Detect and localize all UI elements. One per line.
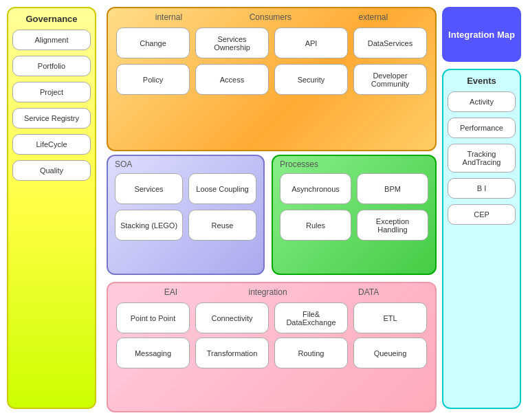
- event-item-cep[interactable]: CEP: [448, 204, 516, 225]
- consumers-panel: internal Consumers external Change Servi…: [107, 7, 437, 151]
- event-item-bi[interactable]: B I: [448, 178, 516, 199]
- proc-item-bpm[interactable]: BPM: [357, 173, 428, 204]
- soa-item-stacking[interactable]: Stacking (LEGO): [115, 210, 183, 241]
- eai-panel: EAI integration DATA Point to Point Conn…: [107, 282, 437, 412]
- cons-item-policy[interactable]: Policy: [116, 64, 190, 95]
- eai-label-integration: integration: [249, 287, 287, 297]
- soa-panel: SOA Services Loose Coupling Stacking (LE…: [107, 155, 265, 275]
- proc-item-rules[interactable]: Rules: [280, 210, 351, 241]
- gov-item-quality[interactable]: Quality: [12, 160, 91, 181]
- eai-header: EAI integration DATA: [108, 283, 435, 300]
- cons-item-security[interactable]: Security: [274, 64, 348, 95]
- proc-item-asynchronous[interactable]: Asynchronous: [280, 173, 351, 204]
- proc-item-exception-handling[interactable]: Exception Handling: [357, 210, 428, 241]
- event-item-performance[interactable]: Performance: [448, 118, 516, 138]
- eai-item-connectivity[interactable]: Connectivity: [195, 302, 269, 333]
- main-canvas: Governance Alignment Portfolio Project S…: [0, 0, 528, 420]
- soa-item-loose-coupling[interactable]: Loose Coupling: [188, 173, 256, 204]
- governance-panel: Governance Alignment Portfolio Project S…: [7, 7, 96, 409]
- integration-map-box: Integration Map: [442, 7, 521, 62]
- gov-item-alignment[interactable]: Alignment: [12, 30, 91, 50]
- soa-item-reuse[interactable]: Reuse: [188, 210, 256, 241]
- eai-label-data: DATA: [358, 287, 379, 297]
- eai-item-routing[interactable]: Routing: [274, 338, 348, 368]
- consumers-row2: Policy Access Security Developer Communi…: [108, 64, 435, 100]
- gov-item-service-registry[interactable]: Service Registry: [12, 108, 91, 129]
- integration-map-label: Integration Map: [448, 30, 515, 40]
- cons-item-developer-community[interactable]: Developer Community: [353, 64, 427, 95]
- cons-item-api[interactable]: API: [274, 27, 348, 58]
- eai-item-file-dataexchange[interactable]: File& DataExchange: [274, 302, 348, 333]
- processes-title: Processes: [273, 156, 435, 170]
- gov-item-portfolio[interactable]: Portfolio: [12, 56, 91, 76]
- eai-row1: Point to Point Connectivity File& DataEx…: [108, 300, 435, 338]
- eai-item-etl[interactable]: ETL: [353, 302, 427, 333]
- eai-item-point-to-point[interactable]: Point to Point: [116, 302, 190, 333]
- soa-grid: Services Loose Coupling Stacking (LEGO) …: [108, 170, 263, 246]
- cons-item-access[interactable]: Access: [195, 64, 269, 95]
- consumers-label-internal: internal: [155, 12, 182, 22]
- consumers-label-external: external: [359, 12, 388, 22]
- cons-item-dataservices[interactable]: DataServices: [353, 27, 427, 58]
- governance-title: Governance: [25, 14, 77, 24]
- cons-item-services-ownership[interactable]: Services Ownership: [195, 27, 269, 58]
- gov-item-lifecycle[interactable]: LifeCycle: [12, 134, 91, 155]
- events-title: Events: [467, 76, 496, 86]
- eai-item-transformation[interactable]: Transformation: [195, 338, 269, 368]
- event-item-tracking[interactable]: Tracking AndTracing: [448, 144, 516, 173]
- event-item-activity[interactable]: Activity: [448, 91, 516, 112]
- eai-row2: Messaging Transformation Routing Queuein…: [108, 338, 435, 373]
- eai-label-eai: EAI: [164, 287, 177, 297]
- consumers-header: internal Consumers external: [108, 8, 435, 25]
- processes-grid: Asynchronous BPM Rules Exception Handlin…: [273, 170, 435, 246]
- soa-title: SOA: [108, 156, 263, 170]
- eai-item-messaging[interactable]: Messaging: [116, 338, 190, 368]
- events-panel: Events Activity Performance Tracking And…: [442, 69, 521, 409]
- processes-panel: Processes Asynchronous BPM Rules Excepti…: [272, 155, 437, 275]
- consumers-label-main: Consumers: [250, 12, 292, 22]
- consumers-row1: Change Services Ownership API DataServic…: [108, 25, 435, 64]
- soa-item-services[interactable]: Services: [115, 173, 183, 204]
- eai-item-queueing[interactable]: Queueing: [353, 338, 427, 368]
- gov-item-project[interactable]: Project: [12, 82, 91, 102]
- cons-item-change[interactable]: Change: [116, 27, 190, 58]
